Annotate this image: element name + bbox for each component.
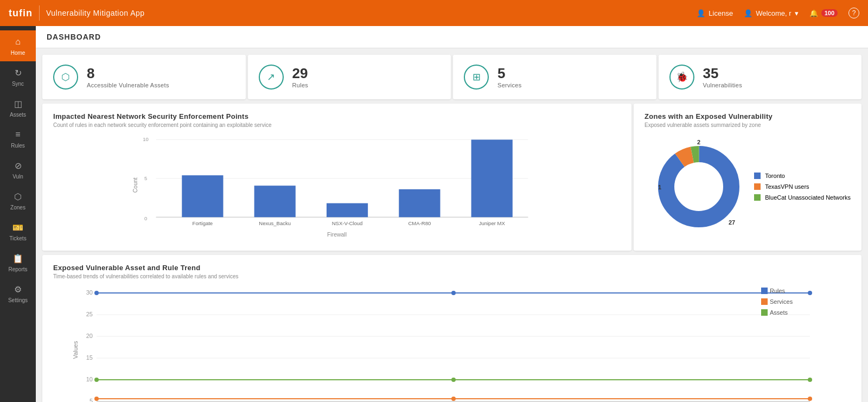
trend-chart-subtitle: Time-based trends of vulnerabilities cor… [53, 273, 851, 279]
assets-icon: ◫ [12, 98, 24, 110]
svg-point-35 [451, 291, 456, 295]
license-button[interactable]: 👤 License [697, 9, 733, 17]
svg-text:Assets: Assets [770, 309, 788, 316]
bar-chart-subtitle: Count of rules in each network security … [53, 122, 621, 128]
sidebar-item-sync[interactable]: ↻ Sync [0, 61, 36, 92]
svg-text:10: 10 [86, 376, 93, 382]
svg-point-38 [451, 378, 456, 382]
svg-text:Fortigate: Fortigate [193, 220, 213, 226]
svg-text:Count: Count [132, 177, 138, 193]
svg-text:Juniper MX: Juniper MX [479, 220, 506, 226]
stat-label-assets: Accessible Vulnerable Assets [87, 82, 169, 88]
legend-texasvpn: TexasVPN users [754, 183, 851, 190]
svg-text:Services: Services [770, 298, 793, 305]
bar-nsx [327, 203, 368, 218]
svg-text:Values: Values [72, 341, 79, 359]
donut-segment-toronto [666, 154, 731, 219]
stat-label-rules: Rules [292, 82, 309, 88]
sidebar-item-tickets[interactable]: 🎫 Tickets [0, 216, 36, 247]
sidebar-item-zones[interactable]: ⬡ Zones [0, 185, 36, 216]
stat-icon-services: ⊞ [464, 65, 489, 90]
vuln-icon: ⊘ [12, 159, 24, 171]
stats-row: ⬡ 8 Accessible Vulnerable Assets ↗ 29 Ru… [36, 48, 868, 99]
chevron-down-icon: ▾ [795, 9, 799, 17]
sidebar-label-reports: Reports [8, 266, 27, 272]
legend-texasvpn-label: TexasVPN users [765, 183, 809, 190]
sidebar: ⌂ Home ↻ Sync ◫ Assets ≡ Rules ⊘ Vuln ⬡ … [0, 26, 36, 402]
stat-info-vulnerabilities: 35 Vulnerabilities [703, 66, 743, 88]
sidebar-label-assets: Assets [10, 112, 26, 118]
trend-chart-area: 30 25 20 15 10 5 Values [53, 285, 851, 402]
donut-svg: 2 1 27 [644, 132, 753, 241]
svg-text:NSX-V-Cloud: NSX-V-Cloud [332, 220, 363, 226]
stat-info-services: 5 Services [497, 66, 522, 88]
svg-text:15: 15 [86, 354, 93, 361]
svg-rect-17 [754, 173, 761, 179]
svg-point-34 [94, 291, 99, 295]
sidebar-item-assets[interactable]: ◫ Assets [0, 92, 36, 123]
bar-chart-area: 10 5 0 Count Fortigate [53, 133, 621, 242]
svg-point-40 [94, 397, 99, 401]
reports-icon: 📋 [12, 252, 24, 264]
legend-toronto-label: Toronto [765, 173, 785, 179]
legend-bluecat-label: BlueCat Unassociated Networks [765, 194, 851, 201]
stat-number-vulnerabilities: 35 [703, 66, 743, 80]
svg-text:Nexus_Backu: Nexus_Backu [259, 220, 291, 226]
settings-icon: ⚙ [12, 283, 24, 295]
help-icon: ? [848, 8, 859, 18]
header: tufin Vulnerability Mitigation App 👤 Lic… [0, 0, 868, 26]
sidebar-label-home: Home [11, 50, 25, 56]
sidebar-label-sync: Sync [12, 81, 24, 87]
welcome-button[interactable]: 👤 Welcome, r ▾ [744, 9, 799, 17]
stat-icon-assets: ⬡ [53, 65, 78, 90]
bar-cma [399, 189, 440, 217]
sidebar-item-reports[interactable]: 📋 Reports [0, 247, 36, 278]
sidebar-label-vuln: Vuln [12, 174, 23, 180]
notification-button[interactable]: 🔔 100 [809, 9, 838, 17]
svg-point-41 [451, 397, 456, 401]
sidebar-item-rules[interactable]: ≡ Rules [0, 123, 36, 154]
main-content: DASHBOARD ⬡ 8 Accessible Vulnerable Asse… [36, 26, 868, 402]
svg-text:30: 30 [86, 289, 93, 296]
svg-text:1: 1 [658, 184, 661, 190]
bell-icon: 🔔 [809, 9, 818, 17]
svg-point-39 [808, 378, 812, 382]
header-right: 👤 License 👤 Welcome, r ▾ 🔔 100 ? [697, 8, 859, 18]
sidebar-item-settings[interactable]: ⚙ Settings [0, 278, 36, 309]
stat-card-services: ⊞ 5 Services [453, 55, 656, 99]
svg-rect-43 [761, 288, 768, 294]
svg-text:Firewall: Firewall [327, 232, 347, 238]
svg-text:25: 25 [86, 311, 93, 317]
svg-text:Rules: Rules [770, 288, 786, 294]
stat-card-vulnerabilities: 🐞 35 Vulnerabilities [659, 55, 862, 99]
svg-rect-19 [754, 194, 761, 201]
sidebar-label-rules: Rules [11, 143, 25, 149]
stat-card-rules: ↗ 29 Rules [248, 55, 451, 99]
user-icon: 👤 [744, 9, 752, 17]
svg-text:2: 2 [697, 139, 700, 145]
bar-nexus [254, 186, 296, 217]
sidebar-label-zones: Zones [10, 205, 25, 210]
svg-text:5: 5 [90, 398, 93, 402]
stat-label-services: Services [497, 82, 522, 88]
header-divider [39, 5, 40, 21]
bar-chart-svg: 10 5 0 Count Fortigate [53, 133, 621, 242]
sidebar-item-vuln[interactable]: ⊘ Vuln [0, 154, 36, 185]
svg-text:5: 5 [144, 175, 147, 181]
stat-number-rules: 29 [292, 66, 309, 80]
trend-chart-card: Exposed Vulnerable Asset and Rule Trend … [42, 255, 861, 402]
home-icon: ⌂ [12, 36, 24, 48]
svg-rect-47 [761, 309, 768, 316]
svg-text:20: 20 [86, 333, 93, 339]
app-title: Vulnerability Mitigation App [46, 9, 145, 17]
svg-text:27: 27 [729, 219, 735, 226]
rules-icon: ≡ [12, 129, 24, 141]
donut-chart-card: Zones with an Exposed Vulnerability Expo… [634, 104, 861, 251]
sidebar-item-home[interactable]: ⌂ Home [0, 30, 36, 61]
stat-icon-rules: ↗ [259, 65, 284, 90]
help-button[interactable]: ? [848, 8, 859, 18]
donut-area: 2 1 27 Toronto TexasVPN users [644, 133, 851, 239]
sidebar-label-settings: Settings [8, 297, 28, 303]
stat-number-services: 5 [497, 66, 522, 80]
svg-point-42 [808, 397, 812, 401]
